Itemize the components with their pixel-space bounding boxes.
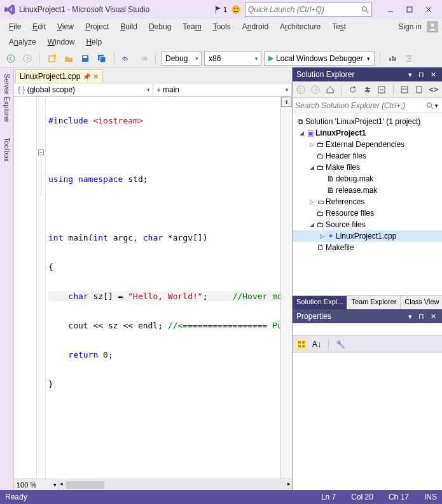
menu-project[interactable]: Project [80, 20, 114, 33]
svg-point-9 [431, 24, 434, 27]
tree-folder-make[interactable]: ◢🗀Make files [293, 162, 442, 173]
window-controls [381, 3, 438, 16]
sign-in-link[interactable]: Sign in [398, 22, 422, 31]
menu-architecture[interactable]: Architecture [275, 20, 326, 33]
se-back-icon[interactable] [295, 83, 307, 96]
toolbox-tab[interactable]: Toolbox [2, 134, 12, 165]
menu-tools[interactable]: Tools [208, 20, 236, 33]
maximize-button[interactable] [400, 3, 419, 16]
tree-folder-source[interactable]: ◢🗀Source files [293, 219, 442, 230]
solution-tree[interactable]: ⧉Solution 'LinuxProject1' (1 project) ◢▣… [293, 113, 442, 295]
nav-forward-button[interactable] [20, 52, 34, 66]
server-explorer-tab[interactable]: Server Explorer [2, 70, 12, 126]
save-all-button[interactable] [95, 52, 109, 66]
document-tab-active[interactable]: LinuxProject1.cpp 📌 ✕ [15, 69, 103, 83]
se-properties-icon[interactable] [399, 83, 411, 96]
tab-solution-explorer[interactable]: Solution Expl... [293, 296, 347, 309]
toolbar-extra-2[interactable] [402, 52, 416, 66]
menu-view[interactable]: View [52, 20, 79, 33]
menu-android[interactable]: Android [237, 20, 273, 33]
zoom-dropdown[interactable]: 100 % [14, 481, 52, 489]
code-lines[interactable]: #include <iostream> using namespace std;… [46, 97, 280, 479]
tab-team-explorer[interactable]: Team Explorer [347, 296, 401, 309]
start-debug-button[interactable]: ▶ Local Windows Debugger ▾ [264, 52, 375, 66]
tree-folder-header[interactable]: 🗀Header files [293, 150, 442, 162]
se-viewcode-icon[interactable]: <> [427, 83, 439, 96]
svg-point-22 [312, 86, 319, 94]
quick-launch[interactable] [245, 3, 372, 17]
se-collapse-icon[interactable] [376, 83, 388, 96]
prop-categorized-icon[interactable] [295, 338, 308, 351]
notification-flag[interactable]: 1 [214, 5, 227, 14]
svg-point-10 [7, 55, 15, 62]
scroll-margin[interactable]: ↕ [280, 97, 292, 479]
window-title: LinuxProject1 - Microsoft Visual Studio [19, 5, 149, 14]
menu-edit[interactable]: Edit [27, 20, 51, 33]
svg-point-3 [363, 7, 367, 11]
panel-close-icon[interactable]: ✕ [429, 312, 438, 321]
tree-file-debugmak[interactable]: 🗎debug.mak [293, 173, 442, 185]
se-home-icon[interactable] [324, 83, 336, 96]
minimize-button[interactable] [381, 3, 400, 16]
new-project-button[interactable] [45, 52, 59, 66]
search-icon[interactable] [426, 102, 434, 109]
scope-right-dropdown[interactable]: ♦ main [153, 83, 293, 96]
close-tab-icon[interactable]: ✕ [93, 73, 99, 81]
tree-file-maincpp[interactable]: ▷✦LinuxProject1.cpp [293, 230, 442, 242]
scope-left-dropdown[interactable]: { } (global scope) [14, 83, 153, 96]
pin-icon[interactable]: 📌 [83, 73, 90, 80]
menu-window[interactable]: Window [43, 36, 80, 48]
tree-solution-node[interactable]: ⧉Solution 'LinuxProject1' (1 project) [293, 116, 442, 127]
se-search[interactable]: ▾ [293, 98, 442, 113]
panel-pin-icon[interactable]: ⊓ [417, 71, 426, 79]
right-panels: Solution Explorer ▾ ⊓ ✕ <> [292, 67, 442, 490]
prop-alpha-icon[interactable]: A↓ [310, 338, 323, 351]
config-dropdown[interactable]: Debug [161, 52, 202, 66]
menu-analyze[interactable]: Analyze [4, 36, 41, 48]
nav-back-button[interactable] [4, 52, 18, 66]
se-refresh-icon[interactable] [347, 83, 359, 96]
close-button[interactable] [419, 3, 438, 16]
prop-wrench-icon[interactable]: 🔧 [334, 338, 347, 351]
scrollbar-thumb[interactable] [66, 481, 104, 489]
panel-pin-icon[interactable]: ⊓ [417, 312, 426, 321]
menu-debug[interactable]: Debug [144, 20, 176, 33]
panel-menu-icon[interactable]: ▾ [406, 312, 414, 321]
menu-team[interactable]: Team [177, 20, 206, 33]
open-button[interactable] [62, 52, 76, 66]
split-handle-icon[interactable]: ↕ [281, 97, 292, 107]
tab-class-view[interactable]: Class View [401, 296, 442, 309]
project-icon: ▣ [305, 129, 315, 137]
save-button[interactable] [78, 52, 92, 66]
toolbar-extra-1[interactable] [385, 52, 399, 66]
menu-help[interactable]: Help [81, 36, 107, 48]
avatar-icon[interactable] [427, 21, 438, 32]
svg-rect-19 [392, 56, 394, 61]
se-showall-icon[interactable] [413, 83, 425, 96]
tree-folder-extdeps[interactable]: ▷🗀External Dependencies [293, 139, 442, 150]
platform-dropdown[interactable]: x86 [204, 52, 261, 66]
panel-menu-icon[interactable]: ▾ [406, 71, 414, 79]
se-forward-icon[interactable] [310, 83, 322, 96]
tree-project-node[interactable]: ◢▣LinuxProject1 [293, 127, 442, 139]
search-icon[interactable] [361, 6, 369, 13]
menu-file[interactable]: File [4, 20, 26, 33]
tree-folder-resource[interactable]: 🗀Resource files [293, 207, 442, 219]
menu-build[interactable]: Build [115, 20, 142, 33]
feedback-icon[interactable] [231, 4, 241, 15]
se-sync-icon[interactable] [361, 83, 373, 96]
undo-button[interactable] [120, 52, 134, 66]
outline-collapse-button[interactable]: - [38, 150, 44, 155]
se-search-input[interactable] [295, 101, 426, 110]
tree-file-releasemak[interactable]: 🗎release.mak [293, 185, 442, 196]
tree-file-makefile[interactable]: 🗋Makefile [293, 242, 442, 253]
redo-button[interactable] [136, 52, 150, 66]
solution-explorer-header: Solution Explorer ▾ ⊓ ✕ [293, 67, 442, 81]
tree-references[interactable]: ▷▭References [293, 196, 442, 207]
code-editor[interactable]: - #include <iostream> using namespace st… [14, 97, 292, 479]
panel-close-icon[interactable]: ✕ [429, 71, 438, 79]
menu-test[interactable]: Test [327, 20, 351, 33]
quick-launch-input[interactable] [248, 5, 361, 14]
horizontal-scrollbar[interactable]: ◂ ▸ [58, 480, 292, 490]
svg-rect-17 [100, 57, 106, 62]
